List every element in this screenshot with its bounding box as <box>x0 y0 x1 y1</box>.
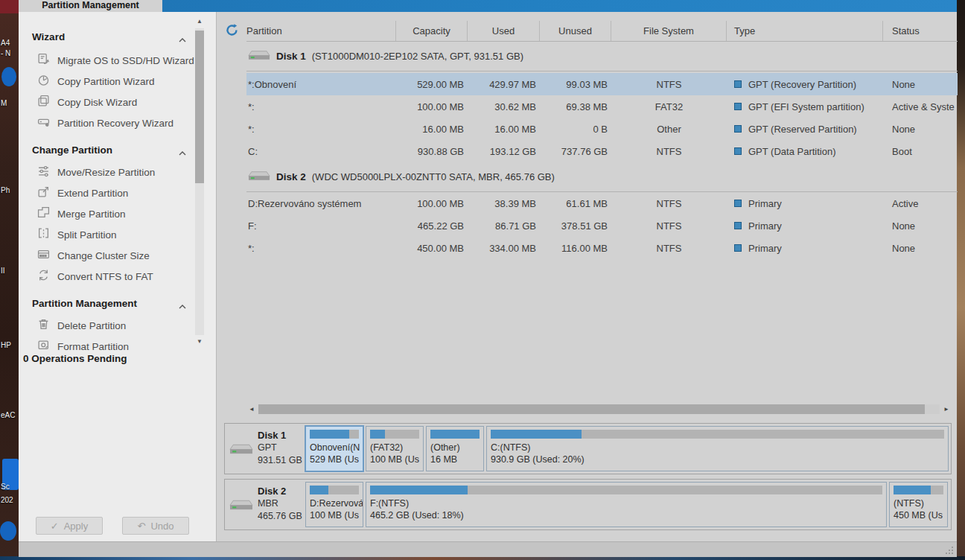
desktop-text-fragment: Ph <box>1 186 10 194</box>
type-label: Primary <box>748 220 782 232</box>
partition-block-label: D:Rezervová <box>310 497 359 509</box>
sidebar-item-label: Delete Partition <box>57 320 126 331</box>
sidebar-item-split-partition[interactable]: Split Partition <box>37 226 197 243</box>
partition-type-icon <box>734 147 742 155</box>
partition-block-d-rezervov[interactable]: D:Rezervová100 MB (Us <box>305 482 363 527</box>
partition-block-label: (NTFS) <box>894 497 943 509</box>
capacity-cell: 100.00 MB <box>396 198 468 209</box>
apply-button-label: Apply <box>64 521 89 532</box>
resize-grip[interactable] <box>946 547 954 555</box>
scroll-right-arrow-icon[interactable]: ► <box>941 404 952 414</box>
capacity-cell: 529.00 MB <box>396 79 468 90</box>
ribbon-tab-bar: Partition Management <box>19 0 957 12</box>
column-header-type[interactable]: Type <box>727 21 883 41</box>
sidebar-item-copy-disk-wizard[interactable]: Copy Disk Wizard <box>37 94 197 110</box>
sidebar-item-copy-partition-wizard[interactable]: Copy Partition Wizard <box>37 73 197 89</box>
sidebar-item-partition-recovery-wizard[interactable]: Partition Recovery Wizard <box>37 115 197 131</box>
partition-row[interactable]: *:100.00 MB30.62 MB69.38 MBFAT32GPT (EFI… <box>246 95 958 118</box>
sidebar-item-merge-partition[interactable]: Merge Partition <box>37 206 197 222</box>
partition-block-ntfs[interactable]: (NTFS)450 MB (Us <box>889 482 948 527</box>
sidebar: WizardMigrate OS to SSD/HD WizardCopy Pa… <box>19 12 216 541</box>
capacity-cell: 450.00 MB <box>396 243 468 254</box>
type-cell: GPT (Recovery Partition) <box>727 79 883 90</box>
disk-group-header-disk-2[interactable]: Disk 2(WDC WD5000LPLX-00ZNTT0 SATA, MBR,… <box>246 162 958 192</box>
partition-row[interactable]: C:930.88 GB193.12 GB737.76 GBNTFSGPT (Da… <box>246 140 958 162</box>
partition-block-obnoven-n[interactable]: Obnovení(N529 MB (Us <box>305 426 363 471</box>
undo-button[interactable]: ↶ Undo <box>122 517 189 535</box>
refresh-icon[interactable] <box>225 23 239 37</box>
column-header-file-system[interactable]: File System <box>611 21 727 41</box>
usage-bar <box>310 486 359 494</box>
sidebar-scrollbar-thumb[interactable] <box>195 31 204 183</box>
partition-row[interactable]: F:465.22 GB86.71 GB378.51 GBNTFSPrimaryN… <box>246 214 958 237</box>
desktop-icon-fragment <box>1 67 16 86</box>
partition-block-fat32[interactable]: (FAT32)100 MB (Us <box>366 426 424 471</box>
sidebar-item-convert-ntfs-to-fat[interactable]: Convert NTFS to FAT <box>37 268 197 284</box>
disk-size: 465.76 GB <box>258 510 302 523</box>
unused-cell: 61.61 MB <box>540 198 611 209</box>
chevron-up-icon[interactable] <box>179 147 186 158</box>
column-header-used[interactable]: Used <box>468 21 540 41</box>
partition-row[interactable]: *:Obnovení529.00 MB429.97 MB99.03 MBNTFS… <box>246 73 958 95</box>
unused-cell: 99.03 MB <box>540 79 611 90</box>
sidebar-item-extend-partition[interactable]: Extend Partition <box>37 185 197 201</box>
disk-map-blocks: Obnovení(N529 MB (Us(FAT32)100 MB (Us(Ot… <box>305 426 949 471</box>
column-header-status[interactable]: Status <box>883 21 958 41</box>
disk-scheme: MBR <box>258 497 302 510</box>
status-cell: Active & Syste <box>883 101 958 112</box>
file-system-cell: NTFS <box>611 198 727 209</box>
unused-cell: 378.51 GB <box>540 220 611 232</box>
column-header-capacity[interactable]: Capacity <box>396 21 468 41</box>
chevron-up-icon[interactable] <box>179 34 186 45</box>
sidebar-item-label: Copy Partition Wizard <box>57 76 155 87</box>
disk-map-info[interactable]: Disk 2MBR465.76 GB <box>225 480 305 529</box>
column-header-unused[interactable]: Unused <box>540 21 611 41</box>
disk-map-blocks: D:Rezervová100 MB (UsF:(NTFS)465.2 GB (U… <box>305 482 949 527</box>
usage-bar <box>430 430 480 439</box>
usage-bar-fill <box>370 430 385 439</box>
partition-block-other[interactable]: (Other)16 MB <box>426 426 484 471</box>
section-header-partition-management[interactable]: Partition Management <box>32 296 186 310</box>
used-cell: 16.00 MB <box>468 124 540 135</box>
sidebar-item-format-partition[interactable]: Format Partition <box>37 338 197 354</box>
type-label: Primary <box>748 243 782 254</box>
scroll-up-arrow-icon[interactable]: ▲ <box>195 18 204 25</box>
sidebar-scrollbar[interactable]: ▲ ▼ <box>195 18 204 346</box>
horizontal-scrollbar[interactable]: ◄ ► <box>246 403 952 416</box>
partition-row[interactable]: *:450.00 MB334.00 MB116.00 MBNTFSPrimary… <box>246 237 958 259</box>
horizontal-scrollbar-thumb[interactable] <box>258 404 925 414</box>
sidebar-item-move-resize-partition[interactable]: Move/Resize Partition <box>37 164 197 180</box>
partition-block-c-ntfs[interactable]: C:(NTFS)930.9 GB (Used: 20%) <box>486 426 949 471</box>
used-cell: 193.12 GB <box>468 146 540 157</box>
section-header-change-partition[interactable]: Change Partition <box>32 143 186 156</box>
column-header-partition[interactable]: Partition <box>246 21 396 41</box>
tab-partition-management[interactable]: Partition Management <box>19 0 162 12</box>
disk-group-header-disk-1[interactable]: Disk 1(ST1000DM010-2EP102 SATA, GPT, 931… <box>246 42 958 71</box>
sidebar-item-label: Migrate OS to SSD/HD Wizard <box>57 55 194 66</box>
partition-row[interactable]: D:Rezervováno systémem100.00 MB38.39 MB6… <box>246 192 958 214</box>
check-icon: ✓ <box>51 521 59 532</box>
horizontal-scrollbar-track[interactable] <box>258 404 940 414</box>
copy-partition-icon <box>37 74 50 89</box>
sidebar-scrollbar-track[interactable] <box>195 28 204 335</box>
partition-type-icon <box>734 103 742 110</box>
apply-button[interactable]: ✓ Apply <box>36 517 103 535</box>
sidebar-item-delete-partition[interactable]: Delete Partition <box>37 317 197 334</box>
status-cell: None <box>883 243 958 254</box>
section-header-wizard[interactable]: Wizard <box>32 30 186 43</box>
scroll-down-arrow-icon[interactable]: ▼ <box>195 338 204 346</box>
sidebar-item-change-cluster-size[interactable]: Change Cluster Size <box>37 247 197 264</box>
usage-bar-fill <box>310 430 349 439</box>
partition-row[interactable]: *:16.00 MB16.00 MB0 BOtherGPT (Reserved … <box>246 118 958 140</box>
undo-button-label: Undo <box>150 521 173 532</box>
usage-bar <box>310 430 359 439</box>
scroll-left-arrow-icon[interactable]: ◄ <box>246 404 257 414</box>
disk-map-info[interactable]: Disk 1GPT931.51 GB <box>225 424 305 474</box>
partition-block-f-ntfs[interactable]: F:(NTFS)465.2 GB (Used: 18%) <box>366 482 887 527</box>
usage-bar <box>370 430 419 439</box>
file-system-cell: NTFS <box>611 243 727 254</box>
chevron-up-icon[interactable] <box>179 300 186 311</box>
capacity-cell: 100.00 MB <box>396 101 468 112</box>
sidebar-item-migrate-os-to-ssd-hd-wizard[interactable]: Migrate OS to SSD/HD Wizard <box>37 52 197 69</box>
file-system-cell: NTFS <box>611 79 727 90</box>
